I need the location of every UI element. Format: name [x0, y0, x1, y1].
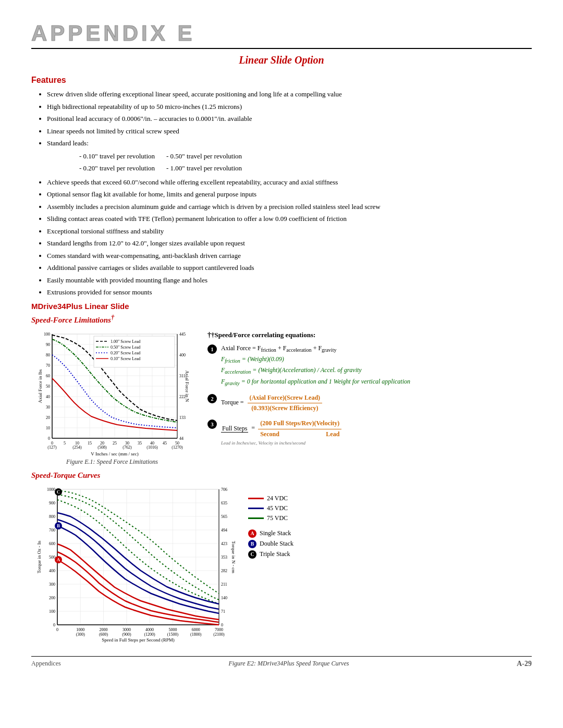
svg-text:60: 60 [46, 374, 50, 378]
svg-text:100: 100 [44, 332, 50, 337]
legend-item-single-stack: A Single Stack [248, 529, 293, 538]
svg-text:20: 20 [46, 415, 50, 420]
svg-text:44: 44 [179, 436, 183, 441]
svg-text:0.50" Screw Lead: 0.50" Screw Lead [111, 345, 140, 350]
svg-text:(762): (762) [123, 445, 132, 450]
svg-text:565: 565 [221, 514, 227, 519]
features-title: Features [31, 76, 532, 85]
legend-line-75vdc [248, 517, 264, 519]
eq-num-1: 1 [207, 344, 217, 354]
legend-item-24vdc: 24 VDC [248, 495, 293, 502]
speed-torque-chart-container: 0 100 200 300 400 500 600 700 800 900 10… [31, 484, 240, 648]
speed-force-chart-container: 0 10 20 30 40 50 60 70 80 90 100 44 133 … [31, 329, 193, 466]
list-item: Screw driven slide offering exceptional … [47, 89, 532, 100]
legend-item-double-stack: B Double Stack [248, 540, 293, 548]
svg-text:Axial Force in lbs: Axial Force in lbs [38, 369, 43, 403]
list-item: Assembly includes a precision aluminum g… [47, 202, 532, 212]
svg-text:200: 200 [49, 596, 55, 600]
legend-line-24vdc [248, 498, 264, 499]
eq-content-2: Torque = (Axial Force)(Screw Lead) (0.39… [221, 393, 528, 413]
legend-circle-b: B [248, 540, 256, 548]
svg-text:133: 133 [179, 415, 186, 420]
svg-text:70: 70 [46, 363, 50, 368]
svg-text:900: 900 [49, 501, 55, 505]
figure1-caption: Figure E.1: Speed Force Limitations [31, 458, 193, 466]
lead-cell: - 0.50" travel per revolution [166, 151, 252, 162]
standard-leads-table: - 0.10" travel per revolution - 0.50" tr… [78, 150, 253, 175]
svg-text:40: 40 [46, 394, 50, 399]
legend-circle-a: A [248, 529, 256, 538]
legend-circle-c: C [248, 550, 256, 559]
svg-text:706: 706 [221, 487, 227, 492]
svg-text:25: 25 [113, 441, 117, 446]
legend-label-45vdc: 45 VDC [267, 504, 288, 512]
svg-text:0: 0 [56, 627, 58, 632]
speed-torque-legend: 24 VDC 45 VDC 75 VDC A Single Stack B Do… [248, 495, 293, 561]
features-list: Screw driven slide offering exceptional … [47, 89, 532, 298]
svg-text:30: 30 [46, 405, 50, 410]
equation-2: 2 Torque = (Axial Force)(Screw Lead) (0.… [207, 393, 528, 413]
svg-text:Speed in Full Steps per Second: Speed in Full Steps per Second (RPM) [102, 637, 175, 643]
svg-text:0.10" Screw Lead: 0.10" Screw Lead [111, 356, 140, 361]
list-item: Standard leads: - 0.10" travel per revol… [47, 138, 532, 175]
list-item: Extrusions provided for sensor mounts [47, 287, 532, 298]
features-section: Features Screw driven slide offering exc… [31, 76, 532, 298]
svg-text:3000: 3000 [123, 627, 131, 632]
list-item: High bidirectional repeatability of up t… [47, 102, 532, 112]
list-item: Additional passive carriages or slides a… [47, 263, 532, 273]
page-title: Linear Slide Option [31, 54, 532, 66]
appendix-title: APPENDIX E [31, 21, 195, 46]
legend-item-75vdc: 75 VDC [248, 514, 293, 522]
footer-right: A-29 [517, 660, 532, 668]
svg-text:(1800): (1800) [190, 632, 202, 637]
svg-text:400: 400 [179, 353, 186, 357]
list-item: Positional lead accuracy of 0.0006"/in. … [47, 114, 532, 124]
legend-item-triple-stack: C Triple Stack [248, 550, 293, 559]
svg-text:71: 71 [221, 609, 225, 614]
svg-text:45: 45 [163, 441, 167, 446]
svg-text:(508): (508) [97, 445, 107, 450]
svg-text:311: 311 [179, 374, 186, 378]
legend-label-24vdc: 24 VDC [267, 495, 288, 502]
legend-label-75vdc: 75 VDC [267, 514, 288, 522]
svg-text:Axial Force in N: Axial Force in N [185, 370, 190, 402]
svg-text:(1016): (1016) [146, 445, 158, 450]
footer-center: Figure E2: MDrive34Plus Speed Torque Cur… [228, 660, 349, 668]
svg-text:90: 90 [46, 342, 50, 347]
svg-text:494: 494 [221, 528, 227, 533]
svg-text:(254): (254) [72, 445, 82, 450]
mdrive-title: MDrive34Plus Linear Slide [31, 302, 532, 311]
speed-torque-chart: 0 100 200 300 400 500 600 700 800 900 10… [31, 484, 240, 646]
svg-text:0: 0 [221, 623, 223, 627]
svg-text:B: B [57, 523, 60, 528]
equation-1: 1 Axial Force = Ffriction + Facceleratio… [207, 343, 528, 388]
eq-num-2: 2 [207, 394, 217, 403]
equations-title: ††Speed/Force correlating equations: [207, 331, 528, 339]
list-item: Comes standard with wear-compensating, a… [47, 251, 532, 261]
svg-text:0.20" Screw Lead: 0.20" Screw Lead [111, 351, 140, 355]
svg-text:5000: 5000 [168, 627, 177, 632]
legend-item-45vdc: 45 VDC [248, 504, 293, 512]
svg-text:2000: 2000 [100, 627, 108, 632]
svg-text:6000: 6000 [192, 627, 200, 632]
svg-text:600: 600 [49, 541, 55, 546]
speed-force-row: 0 10 20 30 40 50 60 70 80 90 100 44 133 … [31, 329, 532, 466]
list-item: Achieve speeds that exceed 60.0"/second … [47, 177, 532, 188]
svg-text:0: 0 [53, 623, 55, 627]
svg-text:400: 400 [49, 569, 55, 573]
speed-torque-title: Speed-Torque Curves [31, 471, 532, 480]
svg-text:1000: 1000 [76, 627, 84, 632]
svg-text:100: 100 [49, 609, 55, 614]
svg-text:1.00" Screw Lead: 1.00" Screw Lead [111, 339, 140, 344]
legend-label-triple-stack: Triple Stack [260, 550, 290, 558]
svg-text:(1270): (1270) [172, 445, 183, 450]
list-item: Sliding contact areas coated with TFE (T… [47, 214, 532, 224]
svg-text:7000: 7000 [215, 627, 223, 632]
lead-cell: - 0.10" travel per revolution [79, 151, 165, 162]
svg-text:V Inches / sec  (mm / sec): V Inches / sec (mm / sec) [91, 451, 138, 456]
svg-text:(2100): (2100) [213, 632, 225, 637]
legend-label-double-stack: Double Stack [260, 540, 293, 548]
speed-force-title: Speed-Force Limitations† [31, 314, 532, 325]
svg-text:700: 700 [49, 528, 55, 533]
eq-num-3: 3 [207, 419, 217, 429]
